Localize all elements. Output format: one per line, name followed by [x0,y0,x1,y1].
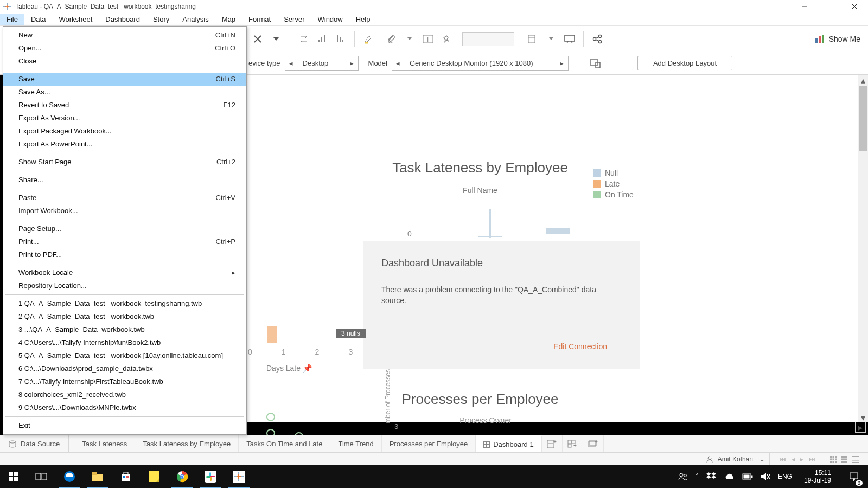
close-button[interactable] [842,0,867,13]
grid-view-icon[interactable] [830,456,837,463]
sheet-tab[interactable]: Task Lateness [74,435,135,452]
file-menu-item[interactable]: 6 C:\...\Downloads\prod_sample_data.twbx [3,362,246,375]
clock[interactable]: 15:11 19-Jul-19 [800,469,835,484]
slack-icon[interactable] [196,465,225,488]
file-menu-item[interactable]: 3 ...\QA_A_Sample_Data_workbook.twb [3,323,246,336]
store-icon[interactable] [112,465,140,488]
file-menu-item[interactable]: Import Workbook... [3,204,246,217]
onedrive-icon[interactable] [724,473,735,480]
file-menu-item[interactable]: 9 C:\Users\...\Downloads\MNPie.twbx [3,401,246,414]
nav-next-icon[interactable]: ▸ [800,455,803,463]
new-dashboard-button[interactable]: + [563,435,583,452]
share-icon[interactable] [588,30,607,48]
file-menu-item[interactable]: Page Setup... [3,222,246,235]
attachment-icon[interactable] [382,30,400,48]
file-menu-item[interactable]: Close [3,55,246,68]
file-menu-item[interactable]: 1 QA_A_Sample_Data_test_ workbook_testin… [3,297,246,310]
file-menu-item[interactable]: SaveCtrl+S [3,73,246,86]
vertical-scrollbar[interactable]: ▴ ▾ [858,75,868,422]
task-view-icon[interactable] [27,465,55,488]
swap-icon[interactable] [295,30,313,48]
file-menu-item[interactable]: 4 C:\Users\...\Tallyfy Internship\fun\Bo… [3,336,246,349]
scroll-thumb[interactable] [859,86,867,151]
chevron-left-icon[interactable]: ◂ [285,59,297,67]
new-story-button[interactable]: + [583,435,604,452]
menu-format[interactable]: Format [242,14,277,25]
filmstrip-view-icon[interactable] [852,456,859,463]
card-icon[interactable] [524,30,542,48]
pin-icon[interactable]: 📌 [303,364,312,373]
file-menu-item[interactable]: Revert to SavedF12 [3,99,246,112]
file-menu-item[interactable]: 8 colorchoices_xml2_received.twb [3,388,246,401]
file-menu-item[interactable]: PasteCtrl+V [3,191,246,204]
file-menu-item[interactable]: Repository Location... [3,279,246,292]
volume-mute-icon[interactable] [761,472,770,481]
file-menu-item[interactable]: Print to PDF... [3,248,246,261]
sort-desc-icon[interactable] [331,30,350,48]
file-menu-item[interactable]: Export Packaged Workbook... [3,125,246,138]
pin-icon[interactable] [437,30,456,48]
file-menu-item[interactable]: Workbook Locale▸ [3,266,246,279]
file-menu-item[interactable]: Export As PowerPoint... [3,138,246,151]
data-source-tab[interactable]: Data Source [0,435,69,452]
notifications-icon[interactable]: 2 [843,465,865,488]
scroll-up-icon[interactable]: ▴ [858,75,868,85]
start-button[interactable] [0,472,27,481]
sheet-tab-active[interactable]: Dashboard 1 [476,435,541,452]
tray-expand-icon[interactable]: ˄ [695,473,699,480]
chevron-down-icon[interactable]: ⌄ [760,455,765,463]
minimize-button[interactable] [792,0,817,13]
chevron-right-icon[interactable]: ▸ [556,59,568,67]
nav-first-icon[interactable]: ⏮ [780,455,786,463]
nulls-indicator[interactable]: 3 nulls [336,329,366,338]
language-indicator[interactable]: ENG [778,473,792,480]
user-menu[interactable]: Amit Kothari ⌄ [699,453,770,465]
menu-window[interactable]: Window [311,14,349,25]
label-icon[interactable]: T [419,30,437,48]
menu-worksheet[interactable]: Worksheet [52,14,99,25]
dropdown-caret-icon[interactable] [400,30,419,48]
battery-icon[interactable] [742,473,753,480]
chrome-icon[interactable] [168,465,196,488]
tableau-icon[interactable] [225,465,253,488]
menu-analysis[interactable]: Analysis [176,14,215,25]
file-menu-item[interactable]: Share... [3,174,246,187]
presentation-icon[interactable] [560,30,579,48]
file-menu-item[interactable]: Export As Version... [3,112,246,125]
people-icon[interactable] [678,472,688,481]
menu-help[interactable]: Help [349,14,377,25]
list-view-icon[interactable] [841,456,847,463]
file-menu-item[interactable]: Show Start PageCtrl+2 [3,156,246,169]
sheet-tab[interactable]: Time Trend [330,435,381,452]
dropdown-caret-icon[interactable] [542,30,560,48]
edit-connection-link[interactable]: Edit Connection [553,342,607,351]
nav-prev-icon[interactable]: ◂ [792,455,795,463]
edge-icon[interactable] [55,465,84,488]
chevron-right-icon[interactable]: ▸ [346,59,358,67]
menu-data[interactable]: Data [24,14,52,25]
device-type-picker[interactable]: evice type ◂Desktop▸ [248,56,359,71]
device-preview-icon[interactable] [589,58,601,69]
file-menu-item[interactable]: Print...Ctrl+P [3,235,246,248]
tab-scroll-right-icon[interactable]: ▸ [855,422,866,433]
sticky-notes-icon[interactable] [140,465,168,488]
new-worksheet-button[interactable]: + [542,435,563,452]
file-menu-item[interactable]: Exit [3,419,246,432]
file-menu-item[interactable]: Open...Ctrl+O [3,42,246,55]
dropbox-icon[interactable] [706,472,716,481]
sheet-tab[interactable]: Tasks On Time and Late [239,435,330,452]
file-menu-item[interactable]: Save As... [3,86,246,99]
menu-map[interactable]: Map [215,14,242,25]
sheet-tab[interactable]: Processes per Employee [382,435,476,452]
clear-icon[interactable] [248,30,267,48]
menu-story[interactable]: Story [146,14,176,25]
show-me-button[interactable]: Show Me [815,34,860,44]
nav-last-icon[interactable]: ⏭ [809,455,815,463]
file-menu-item[interactable]: 7 C:\...\Tallyfy Internship\FirstTableau… [3,375,246,388]
file-menu-item[interactable]: NewCtrl+N [3,29,246,42]
highlight-icon[interactable] [359,30,378,48]
menu-file[interactable]: File [0,14,24,25]
sheet-tab[interactable]: Task Lateness by Employee [135,435,239,452]
sort-asc-icon[interactable] [313,30,331,48]
menu-server[interactable]: Server [277,14,311,25]
